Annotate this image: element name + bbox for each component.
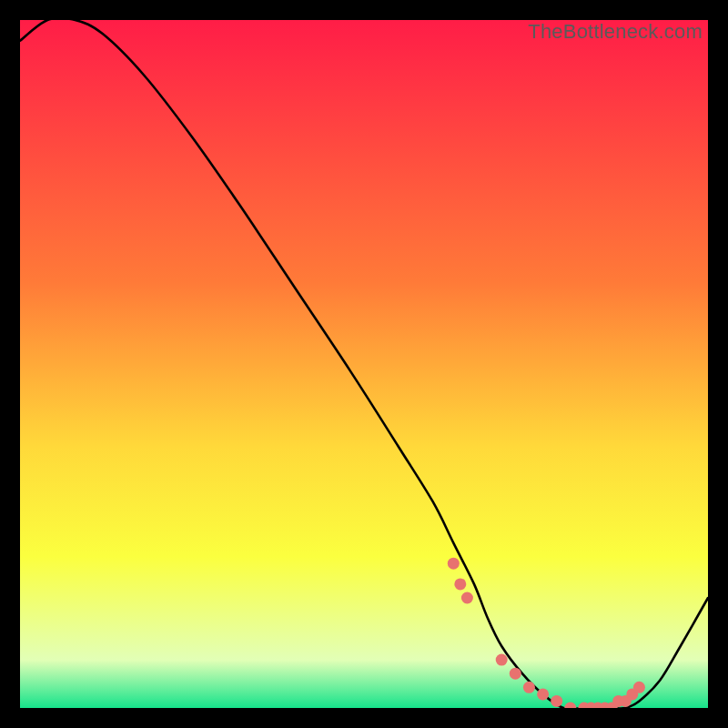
chart-stage: TheBottleneck.com [0,0,728,728]
bottleneck-curve [20,20,708,708]
highlight-dot [448,558,460,570]
highlight-dot [454,578,466,590]
highlight-dots [448,558,645,708]
watermark-text: TheBottleneck.com [528,20,703,44]
highlight-dot [523,682,535,693]
highlight-dot [564,703,576,709]
highlight-dot [510,668,521,680]
highlight-dot [496,654,508,666]
highlight-dot [551,695,562,707]
highlight-dot [461,592,473,604]
highlight-dot [633,682,645,693]
highlight-dot [537,688,549,700]
plot-frame: TheBottleneck.com [20,20,708,708]
chart-overlay [20,20,708,708]
